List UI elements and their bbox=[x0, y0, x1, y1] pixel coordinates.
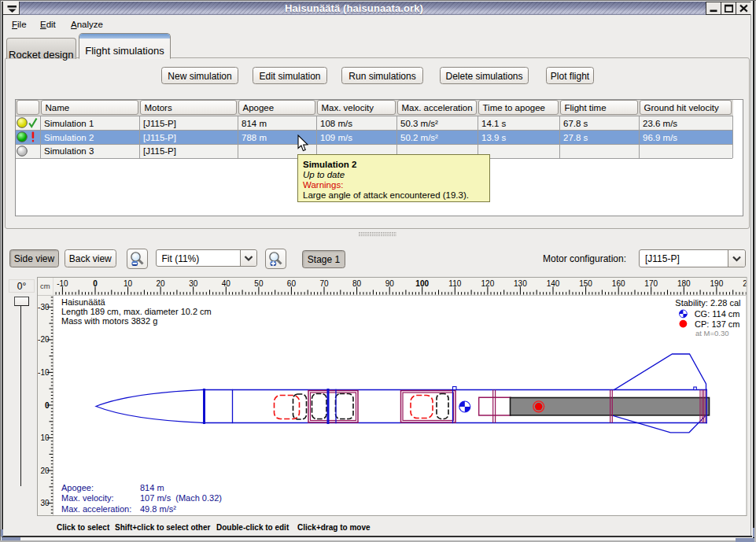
svg-text:CP: 137 cm: CP: 137 cm bbox=[695, 319, 739, 329]
svg-text:30: 30 bbox=[40, 499, 50, 507]
svg-text:180: 180 bbox=[677, 279, 691, 288]
svg-text:170: 170 bbox=[644, 279, 658, 288]
svg-text:49.8 m/s²: 49.8 m/s² bbox=[140, 504, 176, 514]
svg-text:814 m: 814 m bbox=[140, 483, 164, 492]
svg-text:Mass with motors 3832 g: Mass with motors 3832 g bbox=[61, 316, 157, 326]
svg-text:200: 200 bbox=[743, 279, 756, 288]
svg-text:Length 189 cm, max. diameter 1: Length 189 cm, max. diameter 10.2 cm bbox=[61, 307, 212, 316]
svg-text:cm: cm bbox=[40, 282, 50, 290]
svg-text:0: 0 bbox=[45, 401, 50, 410]
svg-text:60: 60 bbox=[287, 279, 297, 288]
svg-text:0: 0 bbox=[93, 279, 98, 288]
svg-text:Haisunäätä: Haisunäätä bbox=[61, 297, 106, 307]
svg-text:90: 90 bbox=[385, 279, 395, 288]
svg-text:20: 20 bbox=[40, 466, 50, 475]
svg-text:130: 130 bbox=[514, 279, 527, 288]
svg-text:140: 140 bbox=[547, 279, 560, 288]
svg-text:110: 110 bbox=[448, 279, 461, 288]
svg-text:-20: -20 bbox=[38, 335, 50, 344]
svg-text:-10: -10 bbox=[57, 279, 68, 288]
svg-text:20: 20 bbox=[157, 279, 166, 288]
svg-text:80: 80 bbox=[352, 279, 362, 288]
svg-text:150: 150 bbox=[579, 279, 592, 288]
svg-text:120: 120 bbox=[481, 279, 495, 288]
svg-text:50: 50 bbox=[254, 279, 264, 288]
svg-text:CG: 114 cm: CG: 114 cm bbox=[695, 309, 740, 319]
svg-text:190: 190 bbox=[710, 279, 724, 288]
svg-text:107 m/s (Mach 0.32): 107 m/s (Mach 0.32) bbox=[140, 493, 222, 503]
svg-text:30: 30 bbox=[189, 279, 198, 288]
svg-text:10: 10 bbox=[40, 433, 50, 442]
svg-text:Stability: 2.28 cal: Stability: 2.28 cal bbox=[675, 298, 740, 308]
svg-text:-30: -30 bbox=[38, 303, 50, 312]
svg-text:100: 100 bbox=[415, 279, 429, 288]
svg-text:70: 70 bbox=[319, 279, 329, 288]
svg-text:at M=0.30: at M=0.30 bbox=[695, 329, 729, 337]
svg-text:40: 40 bbox=[222, 279, 231, 288]
svg-text:Max. acceleration:: Max. acceleration: bbox=[61, 504, 131, 514]
svg-text:Apogee:: Apogee: bbox=[61, 483, 94, 492]
svg-text:-10: -10 bbox=[38, 368, 50, 377]
svg-text:160: 160 bbox=[612, 279, 625, 288]
svg-text:Max. velocity:: Max. velocity: bbox=[61, 493, 114, 503]
svg-text:10: 10 bbox=[124, 279, 133, 288]
